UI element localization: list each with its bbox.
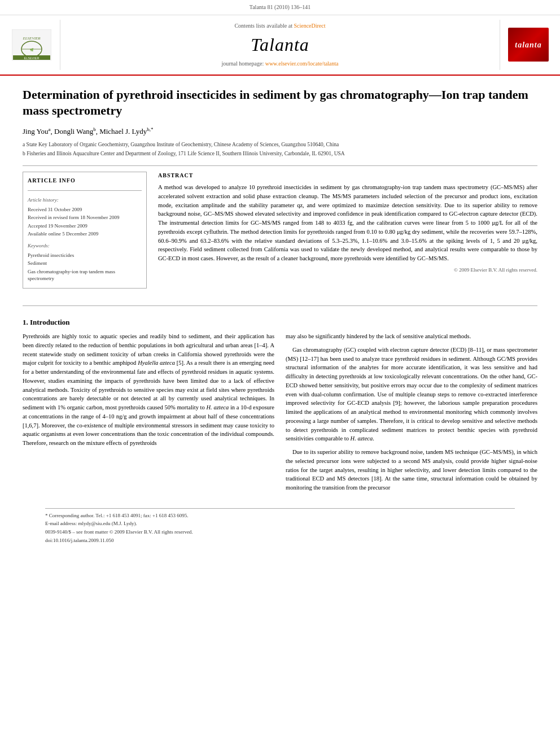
- history-label: Article history:: [28, 196, 142, 204]
- intro-right-para1: may also be significantly hindered by th…: [286, 332, 537, 341]
- affiliation-a: a State Key Laboratory of Organic Geoche…: [23, 141, 537, 148]
- main-content: Determination of pyrethroid insecticides…: [0, 76, 560, 556]
- abstract-title: ABSTRACT: [158, 172, 537, 180]
- talanta-badge-text: talanta: [515, 40, 541, 51]
- elsevier-logo-area: ELSEVIER 🌿 ELSEVIER: [9, 20, 54, 70]
- affiliations: a State Key Laboratory of Organic Geoche…: [23, 141, 537, 158]
- section-title: 1. Introduction: [23, 317, 537, 327]
- accepted-date: Accepted 19 November 2009: [28, 222, 142, 230]
- intro-right-column: may also be significantly hindered by th…: [286, 332, 537, 497]
- abstract-paragraph: A method was developed to analyze 10 pyr…: [158, 183, 537, 263]
- journal-header: ELSEVIER 🌿 ELSEVIER Contents lists avail…: [0, 15, 560, 76]
- introduction-section: 1. Introduction Pyrethroids are highly t…: [23, 317, 537, 497]
- article-title: Determination of pyrethroid insecticides…: [23, 87, 537, 119]
- affiliation-b: b Fisheries and Illinois Aquaculture Cen…: [23, 150, 537, 158]
- svg-text:ELSEVIER: ELSEVIER: [22, 36, 41, 41]
- divider-info: [28, 190, 142, 191]
- received-date: Received 31 October 2009: [28, 206, 142, 213]
- keyword-3: Gas chromatography-ion trap tandem mass …: [28, 268, 142, 282]
- page-footer: * Corresponding author. Tel.: +1 618 453…: [45, 508, 515, 544]
- page-wrapper: Talanta 81 (2010) 136–141 ELSEVIER 🌿 ELS…: [0, 0, 560, 556]
- abstract-column: ABSTRACT A method was developed to analy…: [158, 172, 537, 296]
- available-online: Available online 5 December 2009: [28, 230, 142, 238]
- keywords-label: Keywords:: [28, 242, 142, 250]
- divider-1: [23, 165, 537, 166]
- svg-text:🌿: 🌿: [30, 48, 34, 52]
- elsevier-logo-icon: ELSEVIER 🌿 ELSEVIER: [12, 29, 51, 60]
- doi-note: doi:10.1016/j.talanta.2009.11.050: [45, 537, 515, 544]
- citation-bar: Talanta 81 (2010) 136–141: [0, 0, 560, 15]
- journal-title: Talanta: [251, 32, 309, 58]
- copyright-line: © 2009 Elsevier B.V. All rights reserved…: [158, 267, 537, 274]
- journal-header-center: Contents lists available at ScienceDirec…: [60, 20, 500, 70]
- issn-note: 0039-9140/$ – see front matter © 2009 El…: [45, 528, 515, 536]
- corresponding-author-note: * Corresponding author. Tel.: +1 618 453…: [45, 512, 515, 519]
- article-info-title: ARTICLE INFO: [28, 177, 142, 185]
- abstract-text: A method was developed to analyze 10 pyr…: [158, 183, 537, 274]
- intro-left-para1: Pyrethroids are highly toxic to aquatic …: [23, 332, 274, 448]
- intro-right-para2: Gas chromatography (GC) coupled with ele…: [286, 346, 537, 443]
- keyword-1: Pyrethroid insecticides: [28, 252, 142, 259]
- science-direct-text: Contents lists available at ScienceDirec…: [234, 22, 325, 30]
- talanta-badge: talanta: [508, 28, 549, 62]
- journal-homepage: journal homepage: www.elsevier.com/locat…: [221, 60, 338, 68]
- article-info-column: ARTICLE INFO Article history: Received 3…: [23, 172, 147, 296]
- intro-columns: Pyrethroids are highly toxic to aquatic …: [23, 332, 537, 497]
- email-note: E-mail address: mlydy@siu.edu (M.J. Lydy…: [45, 520, 515, 527]
- article-info-abstract: ARTICLE INFO Article history: Received 3…: [23, 172, 537, 296]
- intro-left-column: Pyrethroids are highly toxic to aquatic …: [23, 332, 274, 497]
- citation-text: Talanta 81 (2010) 136–141: [250, 4, 310, 10]
- homepage-link[interactable]: www.elsevier.com/locate/talanta: [265, 60, 339, 67]
- intro-right-para3: Due to its superior ability to remove ba…: [286, 448, 537, 492]
- received-revised: Received in revised form 18 November 200…: [28, 214, 142, 221]
- science-direct-link[interactable]: ScienceDirect: [294, 23, 325, 29]
- keyword-2: Sediment: [28, 260, 142, 267]
- journal-badge-area: talanta: [506, 20, 551, 70]
- authors-line: Jing Youa, Dongli Wangb, Michael J. Lydy…: [23, 126, 537, 137]
- svg-text:ELSEVIER: ELSEVIER: [24, 56, 40, 60]
- article-info-box: ARTICLE INFO Article history: Received 3…: [23, 172, 147, 289]
- divider-2: [23, 305, 537, 306]
- keywords-section: Keywords: Pyrethroid insecticides Sedime…: [28, 242, 142, 282]
